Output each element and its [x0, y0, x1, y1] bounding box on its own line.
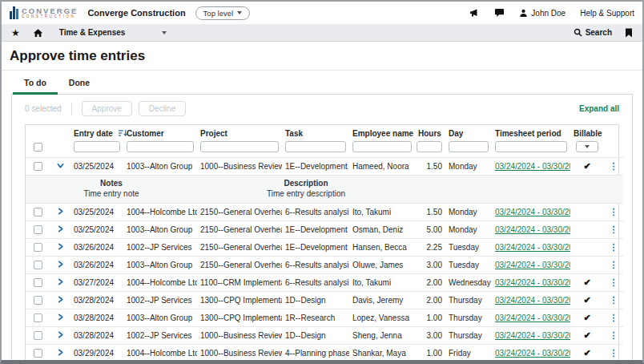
task-cell: 1D--Design [282, 292, 349, 309]
timesheet-period-link[interactable]: 03/24/2024 - 03/30/2024 [495, 331, 570, 340]
filter-day[interactable] [449, 141, 489, 152]
billable-check-icon: ✔ [583, 313, 590, 322]
timesheet-period-link[interactable]: 03/24/2024 - 03/30/2024 [495, 261, 570, 269]
project-cell: 1100--CRM Implementation [197, 274, 282, 292]
announcements-icon[interactable] [469, 8, 480, 18]
notes-label: Notes [29, 179, 194, 188]
table-row: 03/28/20241002--JP Services1000--Busines… [26, 327, 623, 345]
filter-period[interactable] [495, 141, 567, 152]
row-checkbox[interactable] [34, 331, 42, 340]
filter-hours[interactable] [417, 141, 442, 152]
filter-billable-select[interactable] [576, 141, 598, 152]
expand-row-chevron[interactable] [57, 225, 64, 233]
user-menu[interactable]: John Doe [519, 9, 566, 18]
help-support-link[interactable]: Help & Support [580, 9, 634, 18]
nav-menu-time-expenses[interactable]: Time & Expenses [59, 28, 167, 37]
search-button[interactable]: Search [574, 28, 612, 37]
entity-scope-selector[interactable]: Top level [195, 6, 251, 20]
timesheet-period-link[interactable]: 03/24/2024 - 03/30/2024 [495, 225, 570, 234]
entry-date-cell: 03/27/2024 [70, 274, 123, 292]
row-checkbox[interactable] [34, 225, 42, 234]
project-cell: 1000--Business Review [197, 345, 282, 362]
expand-row-chevron[interactable] [57, 331, 64, 338]
row-checkbox[interactable] [34, 208, 42, 216]
col-project[interactable]: Project [197, 125, 282, 140]
row-checkbox[interactable] [34, 162, 42, 171]
row-actions-menu-icon[interactable]: ⋮ [610, 330, 618, 340]
timesheet-period-link[interactable]: 03/24/2024 - 03/30/2024 [495, 162, 570, 171]
timesheet-period-link[interactable]: 03/24/2024 - 03/30/2024 [495, 349, 570, 358]
row-actions-menu-icon[interactable]: ⋮ [610, 242, 618, 252]
bookmark-icon[interactable] [625, 28, 633, 38]
col-employee[interactable]: Employee name [349, 125, 415, 140]
timesheet-period-link[interactable]: 03/24/2024 - 03/30/2024 [495, 296, 570, 305]
to-do-panel: 0 selected Approve Decline Expand all En… [11, 94, 633, 364]
billable-check-icon: ✔ [583, 295, 590, 305]
row-actions-menu-icon[interactable]: ⋮ [610, 348, 618, 358]
row-actions-menu-icon[interactable]: ⋮ [610, 260, 618, 269]
task-cell: 4--Planning phase [282, 345, 349, 362]
col-entry-date[interactable]: Entry date [70, 125, 123, 140]
selected-count: 0 selected [25, 104, 62, 113]
row-checkbox[interactable] [34, 296, 42, 305]
tab-done[interactable]: Done [58, 74, 101, 95]
chat-icon[interactable] [494, 8, 505, 18]
approve-button[interactable]: Approve [82, 101, 132, 116]
filter-entry-date[interactable] [74, 141, 120, 152]
filter-project[interactable] [200, 141, 279, 152]
decline-button[interactable]: Decline [139, 101, 186, 116]
expand-all-link[interactable]: Expand all [579, 104, 619, 113]
row-actions-menu-icon[interactable]: ⋮ [610, 161, 618, 171]
filter-employee[interactable] [352, 141, 412, 152]
expand-row-chevron[interactable] [57, 243, 64, 250]
expand-row-chevron[interactable] [57, 278, 64, 285]
row-checkbox[interactable] [34, 349, 42, 358]
task-cell: 1D--Design [282, 327, 349, 345]
select-all-checkbox[interactable] [34, 143, 42, 152]
filter-customer[interactable] [127, 141, 194, 152]
col-billable[interactable]: Billable [570, 125, 604, 140]
expand-row-chevron[interactable] [57, 313, 64, 321]
row-checkbox[interactable] [34, 261, 42, 269]
task-cell: 6--Results analysis [282, 274, 349, 292]
billable-check-icon: ✔ [583, 161, 590, 171]
collapse-row-chevron[interactable] [57, 162, 64, 169]
expand-row-chevron[interactable] [57, 208, 64, 215]
col-customer[interactable]: Customer [123, 125, 197, 140]
entry-date-cell: 03/26/2024 [70, 239, 123, 257]
col-task[interactable]: Task [282, 125, 349, 140]
row-checkbox[interactable] [34, 313, 42, 322]
timesheet-period-link[interactable]: 03/24/2024 - 03/30/2024 [495, 243, 570, 252]
timesheet-period-link[interactable]: 03/24/2024 - 03/30/2024 [495, 313, 570, 322]
row-checkbox[interactable] [34, 243, 42, 252]
person-icon [519, 9, 528, 18]
customer-cell: 1003--Alton Group [123, 221, 197, 239]
expand-row-chevron[interactable] [57, 296, 64, 303]
col-hours[interactable]: Hours [415, 125, 445, 140]
employee-cell: Sheng, Jenna [349, 327, 415, 345]
row-actions-menu-icon[interactable]: ⋮ [610, 224, 618, 234]
favorites-star-icon[interactable]: ★ [11, 28, 20, 38]
time-entries-body: 03/25/20241003--Alton Group1000--Busines… [26, 158, 623, 362]
row-actions-menu-icon[interactable]: ⋮ [610, 295, 618, 305]
row-checkbox[interactable] [34, 278, 42, 287]
project-cell: 1300--CPQ Implementation [197, 292, 282, 309]
expand-row-chevron[interactable] [57, 261, 64, 268]
filter-task[interactable] [285, 141, 346, 152]
tab-to-do[interactable]: To do [13, 74, 58, 95]
day-cell: Monday [445, 221, 492, 239]
home-icon[interactable] [33, 28, 43, 38]
timesheet-period-link[interactable]: 03/24/2024 - 03/30/2024 [495, 278, 570, 287]
time-entries-table: Entry date Customer Project Task Employe… [25, 124, 619, 364]
timesheet-period-link[interactable]: 03/24/2024 - 03/30/2024 [495, 208, 570, 216]
day-cell: Tuesday [445, 257, 492, 274]
employee-cell: Lopez, Vanessa [349, 309, 415, 327]
entry-date-cell: 03/28/2024 [70, 292, 123, 309]
col-day[interactable]: Day [445, 125, 492, 140]
col-period[interactable]: Timesheet period [492, 125, 570, 140]
customer-cell: 1004--Holcombe Ltd [123, 345, 197, 362]
row-actions-menu-icon[interactable]: ⋮ [610, 313, 618, 322]
row-actions-menu-icon[interactable]: ⋮ [610, 277, 618, 287]
row-actions-menu-icon[interactable]: ⋮ [610, 207, 618, 216]
expand-row-chevron[interactable] [57, 349, 64, 356]
